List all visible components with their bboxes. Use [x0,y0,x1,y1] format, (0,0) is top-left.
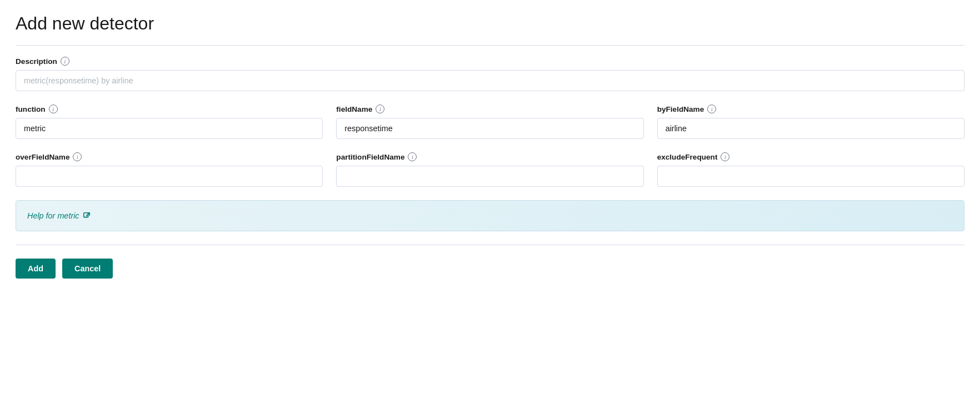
function-input[interactable] [16,118,323,139]
field-name-input[interactable] [336,118,643,139]
over-field-name-info-icon[interactable]: i [73,152,82,161]
partition-field-name-info-icon[interactable]: i [408,152,417,161]
exclude-frequent-label: excludeFrequent i [657,152,964,161]
function-label: function i [16,105,323,113]
help-link[interactable]: Help for metric [27,211,91,220]
over-field-name-label: overFieldName i [16,152,323,161]
help-box: Help for metric [16,200,964,231]
field-name-label: fieldName i [336,105,643,113]
external-link-icon [83,212,91,220]
field-name-group: fieldName i [336,105,643,139]
function-group: function i [16,105,323,139]
over-field-name-group: overFieldName i [16,152,323,187]
description-label: Description i [16,57,964,66]
by-field-name-info-icon[interactable]: i [707,105,716,113]
field-name-info-icon[interactable]: i [376,105,384,113]
partition-field-name-label: partitionFieldName i [336,152,643,161]
function-info-icon[interactable]: i [49,105,58,113]
exclude-frequent-input[interactable] [657,166,964,187]
partition-field-name-group: partitionFieldName i [336,152,643,187]
fields-row-1: function i fieldName i byFieldName i [16,105,964,139]
add-button[interactable]: Add [16,259,56,279]
description-info-icon[interactable]: i [61,57,69,66]
exclude-frequent-group: excludeFrequent i [657,152,964,187]
description-section: Description i [16,57,964,91]
by-field-name-group: byFieldName i [657,105,964,139]
by-field-name-label: byFieldName i [657,105,964,113]
exclude-frequent-info-icon[interactable]: i [721,152,729,161]
fields-row-2: overFieldName i partitionFieldName i exc… [16,152,964,187]
description-input[interactable] [16,70,964,91]
partition-field-name-input[interactable] [336,166,643,187]
bottom-divider [16,245,964,245]
over-field-name-input[interactable] [16,166,323,187]
page-title: Add new detector [16,13,964,34]
by-field-name-input[interactable] [657,118,964,139]
actions-row: Add Cancel [16,259,964,279]
title-divider [16,45,964,46]
cancel-button[interactable]: Cancel [62,259,113,279]
